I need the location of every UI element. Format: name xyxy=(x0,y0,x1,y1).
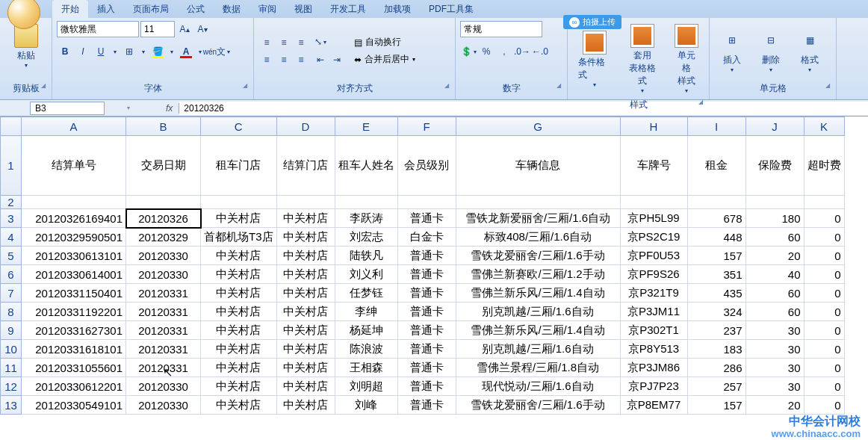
cell[interactable]: 京P321T9 xyxy=(620,284,687,303)
cond-format-button[interactable]: 条件格式▾ xyxy=(572,28,617,91)
format-cells-button[interactable]: ▦格式▾ xyxy=(792,25,828,76)
align-left-icon[interactable]: ≡ xyxy=(258,52,275,68)
tab-addin[interactable]: 加载项 xyxy=(375,0,420,19)
cell[interactable]: 普通卡 xyxy=(397,377,456,396)
cell[interactable]: 首都机场T3店 xyxy=(201,228,277,247)
tab-review[interactable]: 审阅 xyxy=(249,0,285,19)
cell[interactable]: 中关村店 xyxy=(276,303,335,321)
cell[interactable]: 中关村店 xyxy=(201,303,277,321)
font-size-select[interactable] xyxy=(140,21,175,37)
cell[interactable]: 183 xyxy=(687,340,745,359)
number-format-select[interactable] xyxy=(460,21,542,37)
header-cell[interactable]: 租车门店 xyxy=(201,136,277,196)
cell[interactable]: 普通卡 xyxy=(397,340,456,359)
cell[interactable]: 435 xyxy=(687,284,745,303)
percent-button[interactable]: % xyxy=(478,43,495,60)
cell[interactable]: 任梦钰 xyxy=(335,284,397,303)
row-header-10[interactable]: 10 xyxy=(1,340,22,359)
col-header-I[interactable]: I xyxy=(687,117,745,136)
cell[interactable]: 别克凯越/三厢/1.6自动 xyxy=(456,303,620,321)
cell[interactable]: 中关村店 xyxy=(201,247,277,265)
cell[interactable] xyxy=(804,196,844,209)
tab-view[interactable]: 视图 xyxy=(285,0,321,19)
fx-icon[interactable]: fx xyxy=(160,103,179,114)
header-cell[interactable]: 交易日期 xyxy=(126,136,201,196)
header-cell[interactable]: 车牌号 xyxy=(620,136,687,196)
indent-left-icon[interactable]: ⇤ xyxy=(312,52,329,68)
align-right-icon[interactable]: ≡ xyxy=(293,52,309,68)
indent-right-icon[interactable]: ⇥ xyxy=(329,52,345,68)
phonetic-button[interactable]: wén文 xyxy=(206,43,223,60)
col-header-K[interactable]: K xyxy=(804,117,844,136)
font-color-button[interactable]: A xyxy=(178,43,194,60)
cell[interactable] xyxy=(22,196,126,209)
cell[interactable]: 普通卡 xyxy=(397,396,456,415)
row-header-11[interactable]: 11 xyxy=(1,359,22,377)
col-header-J[interactable]: J xyxy=(745,117,804,136)
row-header-13[interactable]: 13 xyxy=(1,396,22,415)
row-header-2[interactable]: 2 xyxy=(1,196,22,209)
cell[interactable]: 20120330614001 xyxy=(22,265,126,284)
align-center-icon[interactable]: ≡ xyxy=(276,52,292,68)
cell[interactable]: 京PS2C19 xyxy=(620,228,687,247)
cell-style-button[interactable]: 单元格 样式▾ xyxy=(668,21,704,97)
cell[interactable]: 20120331055601 xyxy=(22,359,126,377)
tab-data[interactable]: 数据 xyxy=(214,0,249,19)
cell[interactable]: 0 xyxy=(804,209,844,228)
cell[interactable]: 20120331192201 xyxy=(22,303,126,321)
cell[interactable]: 20120326169401 xyxy=(22,209,126,228)
cell[interactable]: 中关村店 xyxy=(201,284,277,303)
cell[interactable]: 中关村店 xyxy=(276,321,335,340)
cell[interactable]: 王相森 xyxy=(335,359,397,377)
cell[interactable]: 普通卡 xyxy=(397,321,456,340)
border-button[interactable]: ⊞ xyxy=(121,43,137,60)
col-header-C[interactable]: C xyxy=(201,117,277,136)
cell[interactable]: 20120330 xyxy=(126,396,201,415)
cell[interactable]: 中关村店 xyxy=(201,359,277,377)
header-cell[interactable]: 会员级别 xyxy=(397,136,456,196)
cell[interactable]: 京P3JM11 xyxy=(620,303,687,321)
header-cell[interactable]: 超时费 xyxy=(804,136,844,196)
cell[interactable]: 157 xyxy=(687,396,745,415)
increase-decimal-icon[interactable]: .0→ xyxy=(514,43,530,60)
cell[interactable]: 李绅 xyxy=(335,303,397,321)
cell[interactable] xyxy=(276,196,335,209)
header-cell[interactable]: 租金 xyxy=(687,136,745,196)
fill-dropdown[interactable]: ▾ xyxy=(167,43,176,60)
header-cell[interactable]: 租车人姓名 xyxy=(335,136,397,196)
col-header-B[interactable]: B xyxy=(126,117,201,136)
cell[interactable]: 中关村店 xyxy=(201,265,277,284)
cell[interactable]: 京P8Y513 xyxy=(620,340,687,359)
cell[interactable]: 30 xyxy=(745,340,804,359)
name-box[interactable] xyxy=(30,102,105,115)
cell[interactable]: 20120330549101 xyxy=(22,396,126,415)
underline-dropdown[interactable]: ▾ xyxy=(111,43,120,60)
align-top-icon[interactable]: ≡ xyxy=(258,34,275,51)
cell[interactable]: 中关村店 xyxy=(276,377,335,396)
cell[interactable]: 雪佛兰景程/三厢/1.8自动 xyxy=(456,359,620,377)
cell[interactable]: 20120331 xyxy=(126,303,201,321)
cell[interactable]: 雪铁龙新爱丽舍/三厢/1.6自动 xyxy=(456,209,620,228)
header-cell[interactable]: 结算单号 xyxy=(22,136,126,196)
row-header-12[interactable]: 12 xyxy=(1,377,22,396)
cell[interactable]: 京P8EM77 xyxy=(620,396,687,415)
cell[interactable]: 普通卡 xyxy=(397,284,456,303)
cell[interactable]: 286 xyxy=(687,359,745,377)
cell[interactable]: 20120330 xyxy=(126,247,201,265)
header-cell[interactable]: 保险费 xyxy=(745,136,804,196)
cell[interactable]: 雪佛兰新乐风/三厢/1.4自动 xyxy=(456,284,620,303)
cell[interactable]: 324 xyxy=(687,303,745,321)
upload-button[interactable]: 拍摄上传 xyxy=(563,15,621,29)
cell[interactable]: 刘峰 xyxy=(335,396,397,415)
cell[interactable]: 别克凯越/三厢/1.6自动 xyxy=(456,340,620,359)
cell[interactable]: 中关村店 xyxy=(276,265,335,284)
bold-button[interactable]: B xyxy=(57,43,73,60)
cell[interactable]: 0 xyxy=(804,228,844,247)
tab-home[interactable]: 开始 xyxy=(52,0,88,19)
cell[interactable]: 20120331150401 xyxy=(22,284,126,303)
cell[interactable]: 0 xyxy=(804,396,844,415)
cell[interactable]: 京PH5L99 xyxy=(620,209,687,228)
cell[interactable]: 京P3JM86 xyxy=(620,359,687,377)
cell[interactable]: 20120331 xyxy=(126,359,201,377)
cell[interactable]: 20120331627301 xyxy=(22,321,126,340)
